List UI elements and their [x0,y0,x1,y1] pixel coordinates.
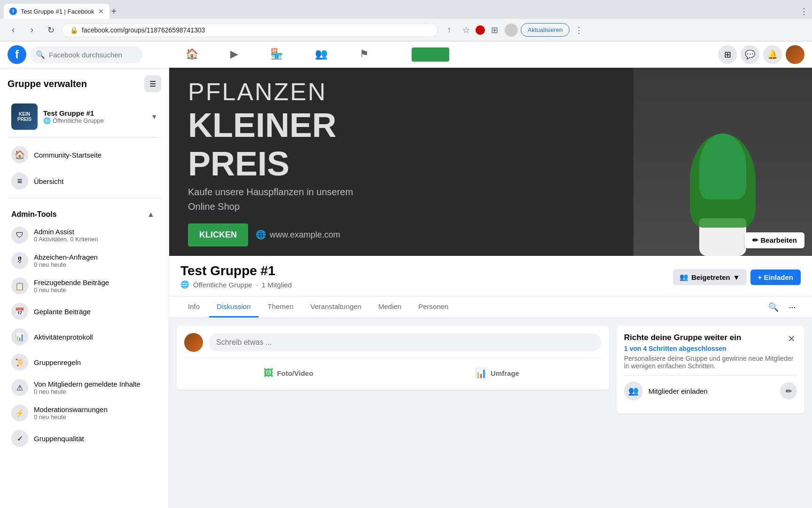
community-icon: 🏠 [11,146,28,163]
tab-more-button[interactable]: ··· [784,299,801,316]
lock-icon: 🔒 [70,26,78,34]
url-label: www.example.com [270,230,340,240]
badge-icon: 🎖 [11,252,28,269]
admin-tools-section: Admin-Tools ▲ [8,202,161,223]
forward-button[interactable]: › [24,23,39,38]
search-input[interactable] [49,51,137,59]
sidebar-nav-community[interactable]: 🏠 Community-Startseite [8,142,161,168]
browser-more-button[interactable]: ⋮ [800,6,808,16]
tool-name: Admin Assist [34,228,157,236]
tab-search-button[interactable]: 🔍 [765,299,782,316]
post-input[interactable] [209,333,601,351]
new-tab-button[interactable]: + [111,6,117,17]
joined-button[interactable]: 👥 Beigetreten ▼ [673,269,746,285]
section-toggle-button[interactable]: ▲ [144,208,157,221]
nav-apps-button[interactable]: ⊞ [718,45,737,64]
cover-tagline-1: Kaufe unsere Hauspflanzen in unserem [188,187,690,198]
admin-tools-title: Admin-Tools [11,210,57,219]
divider [8,137,161,138]
extension-icon-red[interactable] [476,25,485,35]
edit-cover-button[interactable]: ✏ Bearbeiten [745,232,804,248]
report-icon: ⚠ [11,379,28,396]
group-thumbnail: KEIN PREIS [11,103,38,130]
cover-plant-section [633,68,812,256]
extensions-button[interactable]: ⊞ [487,23,502,38]
poll-icon: 📊 [475,367,487,379]
tool-info-8: Moderationswarnungen 0 neu heute [34,405,157,421]
tool-moderation-warnings[interactable]: ⚡ Moderationswarnungen 0 neu heute [8,401,161,425]
joined-label: Beigetreten [691,273,730,281]
composer-actions: 🖼 Foto/Video 📊 Umfrage [184,357,601,382]
tool-name-7: Von Mitgliedern gemeldete Inhalte [34,380,157,388]
nav-marketplace-button[interactable]: 🏪 [255,44,298,65]
tool-group-rules[interactable]: 📜 Gruppenregeln [8,350,161,374]
nav-video-button[interactable]: ▶ [215,44,253,65]
cover-image: PFLANZEN KLEINER PREIS Kaufe unsere Haus… [169,68,812,256]
tab-themen[interactable]: Themen [260,297,301,318]
setup-title: Richte deine Gruppe weiter ein [624,333,797,342]
setup-step: 👥 Mitglieder einladen ✏ [624,375,797,406]
reload-button[interactable]: ↻ [43,23,58,38]
nav-profile-avatar[interactable] [786,45,804,64]
update-button[interactable]: Aktualisieren [521,23,570,37]
globe-cover-icon: 🌐 [256,230,266,240]
setup-close-button[interactable]: ✕ [784,331,799,346]
tool-info-9: Gruppenqualität [34,435,157,443]
invite-button[interactable]: + Einladen [750,270,801,285]
group-main: PFLANZEN KLEINER PREIS Kaufe unsere Haus… [169,68,812,508]
sidebar-collapse-button[interactable]: ☰ [144,75,161,92]
tool-scheduled-posts[interactable]: 📅 Geplante Beiträge [8,299,161,324]
tool-activity-log[interactable]: 📊 Aktivitätenprotokoll [8,325,161,349]
sidebar-nav-overview[interactable]: ≡ Übersicht [8,168,161,194]
top-navbar: f 🔍 🏠 ▶ 🏪 👥 ⚑ ⊞ 💬 🔔 [0,41,812,68]
tool-name-3: Freizugebende Beiträge [34,278,157,286]
sidebar-group-item[interactable]: KEIN PREIS Test Gruppe #1 🌐 Öffentliche … [8,100,161,134]
nav-notifications-button[interactable]: 🔔 [763,45,782,64]
tool-group-quality[interactable]: ✓ Gruppenqualität [8,426,161,451]
nav-messenger-button[interactable]: 💬 [741,45,759,64]
tab-bar: f Test Gruppe #1 | Facebook ✕ + ⋮ [0,0,812,19]
tool-pending-posts[interactable]: 📋 Freizugebende Beiträge 0 neu heute [8,274,161,298]
tool-admin-assist[interactable]: 🛡 Admin Assist 0 Aktivitäten, 0 Kriterie… [8,223,161,247]
left-column: 🖼 Foto/Video 📊 Umfrage [177,325,609,413]
facebook-logo: f [8,45,26,64]
poll-button[interactable]: 📊 Umfrage [393,364,601,382]
tool-badge-requests[interactable]: 🎖 Abzeichen-Anfragen 0 neu heute [8,248,161,273]
tab-personen[interactable]: Personen [411,297,456,318]
overview-icon: ≡ [11,173,28,190]
scheduled-icon: 📅 [11,303,28,320]
tab-diskussion[interactable]: Diskussion [209,297,258,318]
share-button[interactable]: ↑ [442,23,457,38]
tab-medien[interactable]: Medien [371,297,409,318]
nav-home-button[interactable]: 🏠 [171,44,213,65]
profile-button[interactable] [504,23,519,38]
group-tabs: Info Diskussion Themen Veranstaltungen M… [169,297,812,318]
globe-meta-icon: 🌐 [180,280,189,289]
nav-gaming-button[interactable]: ⚑ [344,44,384,65]
menu-button[interactable]: ⋮ [571,23,586,38]
active-tab[interactable]: f Test Gruppe #1 | Facebook ✕ [4,4,109,19]
tool-info: Admin Assist 0 Aktivitäten, 0 Kriterien [34,228,157,243]
cover-klicken-button[interactable]: KLICKEN [188,223,248,246]
tool-reported-content[interactable]: ⚠ Von Mitgliedern gemeldete Inhalte 0 ne… [8,375,161,400]
group-info-row: Test Gruppe #1 🌐 Öffentliche Gruppe · 1 … [180,263,801,289]
tool-name-9: Gruppenqualität [34,435,157,443]
nav-center: 🏠 ▶ 🏪 👥 ⚑ [143,44,412,65]
group-meta: 🌐 Öffentliche Gruppe · 1 Mitglied [180,280,292,289]
url-bar[interactable]: 🔒 facebook.com/groups/11876265987413​03 [62,23,438,37]
cover-pflanzen-text: PFLANZEN [188,78,690,106]
tab-info[interactable]: Info [180,297,207,318]
step-edit-button[interactable]: ✏ [780,382,797,399]
tool-sub-3: 0 neu heute [34,286,157,294]
tab-veranstaltungen[interactable]: Veranstaltungen [303,297,369,318]
search-bar[interactable]: 🔍 [30,47,143,63]
back-button[interactable]: ‹ [6,23,21,38]
search-icon: 🔍 [36,50,45,59]
bookmark-button[interactable]: ☆ [459,23,474,38]
nav-groups-button[interactable]: 👥 [300,44,343,65]
close-tab-button[interactable]: ✕ [98,8,104,15]
photo-video-button[interactable]: 🖼 Foto/Video [184,364,393,382]
sidebar: Gruppe verwalten ☰ KEIN PREIS Test Grupp… [0,68,169,508]
tool-name-2: Abzeichen-Anfragen [34,253,157,261]
composer-avatar [184,333,203,352]
